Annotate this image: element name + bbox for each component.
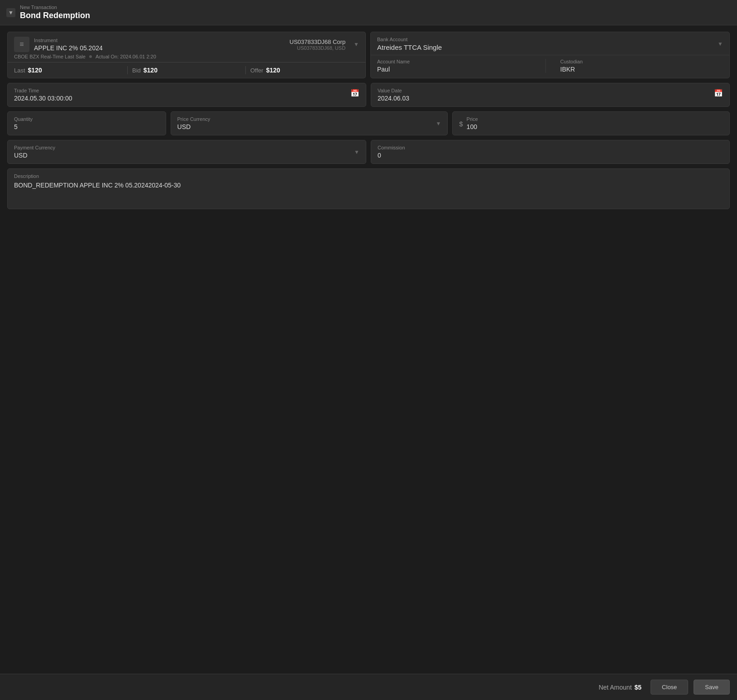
price-currency-label: Price Currency <box>177 116 432 122</box>
price-content: Price 100 <box>467 116 723 130</box>
bank-bottom: Account Name Paul Custodian IBKR <box>371 55 729 77</box>
trade-time-label: Trade Time <box>14 88 72 93</box>
payment-currency-card: Payment Currency USD ▼ <box>7 140 366 164</box>
date-section: Trade Time 2024.05.30 03:00:00 📅 Value D… <box>7 83 730 107</box>
app-window: ▼ New Transaction Bond Redemption ≡ Inst… <box>0 0 737 700</box>
footer: Net Amount $5 Close Save <box>0 674 737 700</box>
currency-symbol: $ <box>459 120 463 128</box>
instrument-icon: ≡ <box>14 37 29 52</box>
price-card: $ Price 100 <box>452 111 730 135</box>
price-divider-2 <box>245 66 246 74</box>
value-date-label: Value Date <box>378 88 409 93</box>
last-price: Last $120 <box>14 67 123 74</box>
account-name-value: Paul <box>377 66 540 73</box>
price-currency-dropdown-icon[interactable]: ▼ <box>436 120 441 127</box>
value-date-card: Value Date 2024.06.03 📅 <box>371 83 730 107</box>
description-label: Description <box>14 173 723 179</box>
instrument-id: US037833DJ68 Corp <box>290 38 346 45</box>
bank-top: Bank Account Atreides TTCA Single ▼ <box>371 32 729 55</box>
payment-currency-label: Payment Currency <box>14 145 350 150</box>
net-amount-label: Net Amount <box>598 684 632 691</box>
instrument-id-sub: US037833DJ68, USD <box>290 45 346 51</box>
bid-value: $120 <box>144 67 158 74</box>
offer-label: Offer <box>250 67 263 74</box>
qty-row: Quantity 5 Price Currency USD ▼ $ Price … <box>7 111 730 135</box>
bid-price: Bid $120 <box>132 67 241 74</box>
trade-time-card: Trade Time 2024.05.30 03:00:00 📅 <box>7 83 366 107</box>
trade-time-calendar-icon[interactable]: 📅 <box>350 89 359 97</box>
instrument-name: APPLE INC 2% 05.2024 <box>34 44 285 52</box>
instrument-section: ≡ Instrument APPLE INC 2% 05.2024 US0378… <box>7 32 366 78</box>
commission-card: Commission 0 <box>371 140 730 164</box>
custodian-value: IBKR <box>560 66 723 73</box>
save-button[interactable]: Save <box>694 680 730 695</box>
payment-row: Payment Currency USD ▼ Commission 0 <box>7 140 730 164</box>
offer-price: Offer $120 <box>250 67 359 74</box>
last-label: Last <box>14 67 25 74</box>
prices-card: Last $120 Bid $120 Offer $120 <box>7 62 366 78</box>
transaction-type-label: New Transaction <box>20 5 90 10</box>
instrument-label: Instrument <box>34 38 285 43</box>
empty-space <box>7 214 730 667</box>
trade-time-content: Trade Time 2024.05.30 03:00:00 <box>14 88 72 102</box>
bank-separator <box>546 59 546 73</box>
bank-account-section: Bank Account Atreides TTCA Single <box>377 37 442 51</box>
price-currency-value: USD <box>177 123 432 130</box>
instrument-dropdown-icon[interactable]: ▼ <box>354 41 359 48</box>
bank-account-name: Atreides TTCA Single <box>377 43 442 51</box>
net-amount-value: $5 <box>635 684 642 691</box>
payment-currency-value: USD <box>14 152 350 159</box>
bank-account-label: Bank Account <box>377 37 442 42</box>
payment-currency-dropdown-icon[interactable]: ▼ <box>354 149 359 155</box>
trade-time-value: 2024.05.30 03:00:00 <box>14 95 72 102</box>
market-data-source: CBOE BZX Real-Time Last Sale <box>14 54 86 59</box>
close-button[interactable]: Close <box>651 680 688 695</box>
header: ▼ New Transaction Bond Redemption <box>0 0 737 25</box>
description-card: Description BOND_REDEMPTION APPLE INC 2%… <box>7 168 730 209</box>
quantity-card: Quantity 5 <box>7 111 166 135</box>
instrument-id-section: US037833DJ68 Corp US037833DJ68, USD <box>290 38 346 51</box>
price-label: Price <box>467 116 723 122</box>
account-name-label: Account Name <box>377 59 540 64</box>
row-1: ≡ Instrument APPLE INC 2% 05.2024 US0378… <box>7 32 730 78</box>
last-value: $120 <box>28 67 42 74</box>
custodian-section: Custodian IBKR <box>551 59 723 73</box>
commission-label: Commission <box>378 145 405 150</box>
price-divider-1 <box>127 66 128 74</box>
instrument-card: ≡ Instrument APPLE INC 2% 05.2024 US0378… <box>7 32 366 62</box>
offer-value: $120 <box>266 67 280 74</box>
page-title: Bond Redemption <box>20 11 90 20</box>
main-content: ≡ Instrument APPLE INC 2% 05.2024 US0378… <box>0 25 737 674</box>
bid-label: Bid <box>132 67 141 74</box>
value-date-calendar-icon[interactable]: 📅 <box>714 89 723 97</box>
price-currency-card: Price Currency USD ▼ <box>171 111 448 135</box>
custodian-label: Custodian <box>560 59 723 64</box>
market-dot <box>89 55 92 58</box>
bank-account-card: Bank Account Atreides TTCA Single ▼ Acco… <box>370 32 730 78</box>
description-value[interactable]: BOND_REDEMPTION APPLE INC 2% 05.20242024… <box>14 181 723 190</box>
account-name-section: Account Name Paul <box>377 59 540 73</box>
payment-currency-content: Payment Currency USD <box>14 145 350 159</box>
instrument-details: Instrument APPLE INC 2% 05.2024 <box>34 38 285 52</box>
commission-value[interactable]: 0 <box>378 152 405 159</box>
header-text: New Transaction Bond Redemption <box>20 5 90 20</box>
quantity-value[interactable]: 5 <box>14 123 159 130</box>
commission-content: Commission 0 <box>378 145 405 159</box>
price-value[interactable]: 100 <box>467 123 723 130</box>
value-date-content: Value Date 2024.06.03 <box>378 88 409 102</box>
market-data-row: CBOE BZX Real-Time Last Sale Actual On: … <box>14 52 359 59</box>
quantity-label: Quantity <box>14 116 159 122</box>
value-date-value: 2024.06.03 <box>378 95 409 102</box>
net-amount-section: Net Amount $5 <box>598 684 641 691</box>
actual-on: Actual On: 2024.06.01 2:20 <box>96 54 156 59</box>
bank-account-dropdown-icon[interactable]: ▼ <box>718 41 723 47</box>
collapse-button[interactable]: ▼ <box>6 8 15 17</box>
